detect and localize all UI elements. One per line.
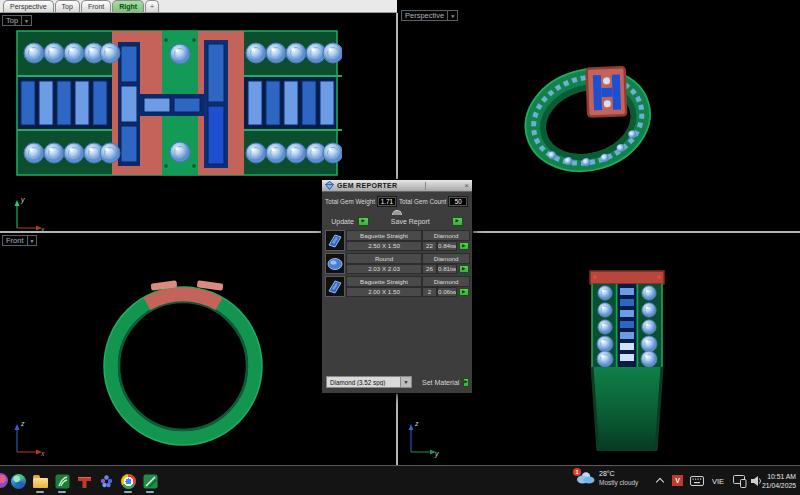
select-gems-button[interactable] — [459, 265, 469, 273]
select-gems-button[interactable] — [459, 288, 469, 296]
gem-size: 2.03 X 2.03 — [346, 264, 422, 275]
ring-perspective-view — [518, 46, 668, 191]
gem-count: 2 — [422, 287, 437, 298]
cplane-axis-icon: z y — [402, 416, 446, 458]
viewport-title-text: Front — [6, 236, 24, 245]
ring-top-view — [12, 24, 342, 176]
round-gem-icon — [325, 253, 345, 274]
axis-vertical-label: z — [414, 420, 419, 427]
tab-front[interactable]: Front — [81, 0, 111, 12]
windows-taskbar: 1 28°C Mostly cloudy V VIE 10:51 AM — [0, 465, 800, 495]
gem-count: 22 — [422, 241, 437, 252]
update-label: Update — [331, 218, 354, 225]
taskbar-clock[interactable]: 10:51 AM 21/04/2025 — [762, 472, 796, 490]
gem-shape: Round — [346, 253, 422, 264]
viewport-front-title[interactable]: Front — [2, 235, 37, 246]
gem-weight: 0.84tw — [437, 241, 457, 252]
cplane-axis-icon: z x — [8, 416, 48, 458]
clock-time: 10:51 AM — [762, 472, 796, 481]
total-gem-count-value[interactable]: 50 — [448, 196, 468, 207]
keyboard-icon[interactable] — [690, 476, 704, 487]
actions-row: Update Save Report — [325, 217, 469, 226]
tab-right[interactable]: Right — [112, 0, 144, 12]
gem-row[interactable]: Baguette Straight Diamond 2.50 X 1.50 22… — [325, 230, 469, 251]
gem-size: 2.50 X 1.50 — [346, 241, 422, 252]
gem-weight: 0.81tw — [437, 264, 457, 275]
axis-vertical-label: z — [20, 420, 25, 427]
axis-horizontal-label: y — [434, 450, 439, 458]
chevron-down-icon[interactable] — [400, 377, 411, 387]
gem-row[interactable]: Baguette Straight Diamond 2.00 X 1.50 2 … — [325, 276, 469, 297]
tab-top[interactable]: Top — [55, 0, 80, 12]
viewport-title-text: Perspective — [405, 11, 444, 20]
chevron-up-icon[interactable] — [656, 478, 664, 484]
gem-material: Diamond — [422, 230, 470, 241]
gem-reporter-dialog: GEM REPORTER Total Gem Weight 1.71 Total… — [321, 179, 473, 394]
gem-material: Diamond — [422, 276, 470, 287]
gem-weight: 0.06tw — [437, 287, 457, 298]
system-tray: 1 28°C Mostly cloudy V VIE 10:51 AM — [0, 466, 800, 495]
collapse-handle[interactable] — [392, 210, 402, 215]
viewport-perspective-title[interactable]: Perspective — [401, 10, 458, 21]
save-report-button[interactable] — [452, 217, 463, 226]
select-gems-button[interactable] — [459, 242, 469, 250]
weather-condition: Mostly cloudy — [599, 478, 638, 487]
totals-row: Total Gem Weight 1.71 Total Gem Count 50 — [325, 196, 469, 207]
set-material-button[interactable] — [463, 378, 468, 387]
jewelry-cad-window: Perspective Top Front Right + Top — [0, 0, 800, 495]
save-report-label: Save Report — [391, 218, 430, 225]
gem-reporter-icon — [325, 181, 334, 190]
tray-v-app-icon[interactable]: V — [672, 475, 683, 486]
tab-perspective[interactable]: Perspective — [3, 0, 54, 12]
gem-count: 26 — [422, 264, 437, 275]
total-gem-weight-value[interactable]: 1.71 — [377, 196, 397, 207]
clock-date: 21/04/2025 — [762, 481, 796, 490]
weather-temperature: 28°C — [599, 469, 638, 478]
close-icon[interactable] — [464, 182, 469, 190]
dialog-body: Total Gem Weight 1.71 Total Gem Count 50… — [322, 192, 472, 393]
cplane-axis-icon: y x — [8, 192, 48, 234]
weather-widget[interactable]: 1 28°C Mostly cloudy — [576, 469, 638, 487]
axis-horizontal-label: x — [40, 450, 45, 457]
language-indicator[interactable]: VIE — [712, 477, 724, 486]
material-dropdown[interactable]: Diamond (3.52 spg) — [326, 376, 412, 388]
material-dropdown-value: Diamond (3.52 spg) — [327, 379, 400, 386]
dialog-titlebar[interactable]: GEM REPORTER — [322, 180, 472, 192]
new-viewport-tab[interactable]: + — [145, 0, 159, 12]
material-row: Diamond (3.52 spg) Set Material — [326, 376, 468, 388]
titlebar-divider — [425, 182, 426, 190]
gem-size: 2.00 X 1.50 — [346, 287, 422, 298]
chevron-down-icon — [27, 236, 37, 245]
gem-row[interactable]: Round Diamond 2.03 X 2.03 26 0.81tw — [325, 253, 469, 274]
chevron-down-icon — [447, 11, 457, 20]
total-gem-weight-label: Total Gem Weight — [325, 198, 375, 205]
cast-device-icon[interactable] — [733, 475, 747, 489]
baguette-gem-icon — [325, 230, 345, 251]
axis-vertical-label: y — [20, 196, 25, 204]
gem-shape: Baguette Straight — [346, 276, 422, 287]
gem-rows: Baguette Straight Diamond 2.50 X 1.50 22… — [325, 230, 469, 297]
ring-right-view — [578, 255, 678, 465]
dialog-title: GEM REPORTER — [337, 182, 397, 189]
baguette-gem-icon — [325, 276, 345, 297]
set-material-label: Set Material — [422, 379, 459, 386]
update-button[interactable] — [358, 217, 369, 226]
total-gem-count-label: Total Gem Count — [399, 198, 446, 205]
notification-badge: 1 — [573, 468, 581, 476]
gem-shape: Baguette Straight — [346, 230, 422, 241]
gem-material: Diamond — [422, 253, 470, 264]
viewport-tab-bar: Perspective Top Front Right + — [0, 0, 397, 13]
ring-front-view — [95, 268, 280, 458]
